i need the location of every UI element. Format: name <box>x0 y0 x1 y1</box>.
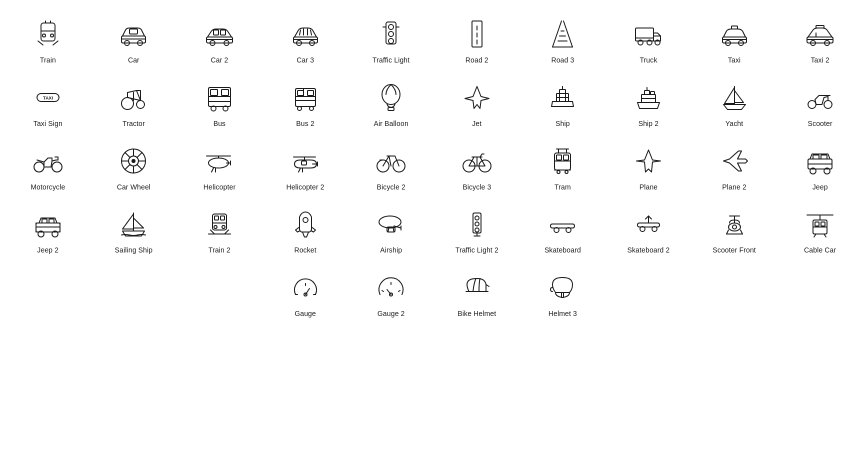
svg-rect-39 <box>636 28 654 41</box>
icon-item-car[interactable]: Car <box>91 10 177 74</box>
svg-point-172 <box>475 228 479 232</box>
jeep2-icon <box>33 209 63 239</box>
icon-item-taxi2[interactable]: Taxi 2 <box>777 10 863 74</box>
svg-rect-132 <box>556 155 562 160</box>
svg-point-135 <box>557 170 560 174</box>
icon-label-jet: Jet <box>472 120 482 128</box>
icon-label-taxi2: Taxi 2 <box>810 56 829 64</box>
icon-item-train2[interactable]: Train 2 <box>176 200 262 264</box>
icon-label-helicopter2: Helicopter 2 <box>286 183 324 192</box>
icon-item-plane[interactable]: Plane <box>606 137 692 200</box>
icon-label-helicopter: Helicopter <box>204 183 236 192</box>
icon-item-helicopter[interactable]: Helicopter <box>176 137 262 200</box>
svg-point-2 <box>42 34 46 37</box>
tram-icon <box>548 146 578 176</box>
motorcycle-icon <box>33 146 63 176</box>
icon-item-traffic-light[interactable]: Traffic Light <box>348 10 434 74</box>
svg-rect-156 <box>214 216 218 220</box>
svg-rect-71 <box>298 90 304 96</box>
icon-label-car-wheel: Car Wheel <box>117 183 150 192</box>
icon-item-tram[interactable]: Tram <box>520 137 606 200</box>
icon-item-scooter-front[interactable]: Scooter Front <box>692 200 778 264</box>
svg-point-24 <box>388 24 394 30</box>
icon-item-airship[interactable]: Airship <box>348 200 434 264</box>
svg-line-104 <box>125 152 130 158</box>
icon-item-rocket[interactable]: Rocket <box>262 200 348 264</box>
icon-item-bus[interactable]: Bus <box>176 74 262 137</box>
svg-line-114 <box>212 168 214 172</box>
svg-point-26 <box>388 38 394 44</box>
icon-item-ship[interactable]: Ship <box>520 74 606 137</box>
icon-label-car2: Car 2 <box>211 56 228 64</box>
icon-item-jeep2[interactable]: Jeep 2 <box>5 200 91 264</box>
icon-grid: Train Car Car 2 <box>5 10 863 327</box>
icon-item-truck[interactable]: Truck <box>606 10 692 74</box>
svg-line-106 <box>137 152 142 158</box>
icon-item-helicopter2[interactable]: Helicopter 2 <box>262 137 348 200</box>
svg-point-77 <box>382 84 400 104</box>
svg-rect-148 <box>49 219 54 223</box>
icon-item-bus2[interactable]: Bus 2 <box>262 74 348 137</box>
icon-item-ship2[interactable]: Ship 2 <box>606 74 692 137</box>
svg-point-109 <box>208 158 228 168</box>
icon-item-yacht[interactable]: Yacht <box>692 74 778 137</box>
icon-item-motorcycle[interactable]: Motorcycle <box>5 137 91 200</box>
icon-item-tractor[interactable]: Tractor <box>91 74 177 137</box>
svg-rect-87 <box>650 92 654 94</box>
icon-item-plane2[interactable]: Plane 2 <box>692 137 778 200</box>
icon-item-skateboard[interactable]: Skateboard <box>520 200 606 264</box>
svg-point-58 <box>122 98 134 110</box>
icon-item-gauge[interactable]: Gauge <box>262 264 348 327</box>
icon-item-car-wheel[interactable]: Car Wheel <box>91 137 177 200</box>
icon-item-taxi[interactable]: Taxi <box>692 10 778 74</box>
svg-point-73 <box>298 106 302 110</box>
icon-item-jeep[interactable]: Jeep <box>777 137 863 200</box>
svg-rect-65 <box>222 90 228 96</box>
icon-item-jet[interactable]: Jet <box>434 74 520 137</box>
icon-item-air-balloon[interactable]: Air Balloon <box>348 74 434 137</box>
icon-item-skateboard2[interactable]: Skateboard 2 <box>606 200 692 264</box>
ship-icon <box>548 82 578 112</box>
icon-item-helmet3[interactable]: Helmet 3 <box>520 264 606 327</box>
bicycle3-icon <box>462 146 492 176</box>
icon-item-scooter[interactable]: Scooter <box>777 74 863 137</box>
icon-label-gauge2: Gauge 2 <box>378 310 405 318</box>
icon-item-road3[interactable]: Road 3 <box>520 10 606 74</box>
icon-label-scooter-front: Scooter Front <box>712 246 756 254</box>
icon-item-taxi-sign[interactable]: TAXI Taxi Sign <box>5 74 91 137</box>
icon-item-car3[interactable]: Car 3 <box>262 10 348 74</box>
icon-item-bicycle3[interactable]: Bicycle 3 <box>434 137 520 200</box>
truck-icon <box>634 19 664 49</box>
taxi-sign-icon: TAXI <box>33 82 63 112</box>
icon-item-car2[interactable]: Car 2 <box>176 10 262 74</box>
svg-point-95 <box>34 162 44 172</box>
icon-item-traffic-light2[interactable]: Traffic Light 2 <box>434 200 520 264</box>
icon-label-tram: Tram <box>554 183 571 192</box>
svg-point-165 <box>379 216 401 228</box>
icon-label-bus: Bus <box>214 120 226 128</box>
icon-label-bike-helmet: Bike Helmet <box>458 310 496 318</box>
icon-item-gauge2[interactable]: Gauge 2 <box>348 264 434 327</box>
svg-rect-12 <box>130 29 138 34</box>
icon-label-bus2: Bus 2 <box>296 120 314 128</box>
jet-icon <box>462 82 492 112</box>
icon-item-bicycle2[interactable]: Bicycle 2 <box>348 137 434 200</box>
svg-rect-54 <box>816 26 824 28</box>
icon-item-sailing-ship[interactable]: Sailing Ship <box>91 200 177 264</box>
car-icon <box>118 19 148 49</box>
icon-label-ship2: Ship 2 <box>638 120 659 128</box>
svg-rect-49 <box>732 26 738 29</box>
icon-item-train[interactable]: Train <box>5 10 91 74</box>
car3-icon <box>290 19 320 49</box>
svg-point-91 <box>808 100 816 108</box>
icon-label-jeep: Jeep <box>812 183 828 192</box>
scooter-icon <box>805 82 835 112</box>
svg-rect-147 <box>42 219 47 223</box>
svg-line-198 <box>382 290 384 292</box>
icon-label-helmet3: Helmet 3 <box>548 310 577 318</box>
icon-item-bike-helmet[interactable]: Bike Helmet <box>434 264 520 327</box>
icon-item-road2[interactable]: Road 2 <box>434 10 520 74</box>
svg-point-96 <box>52 162 62 172</box>
svg-text:TAXI: TAXI <box>43 96 53 100</box>
icon-item-cable-car[interactable]: Cable Car <box>777 200 863 264</box>
